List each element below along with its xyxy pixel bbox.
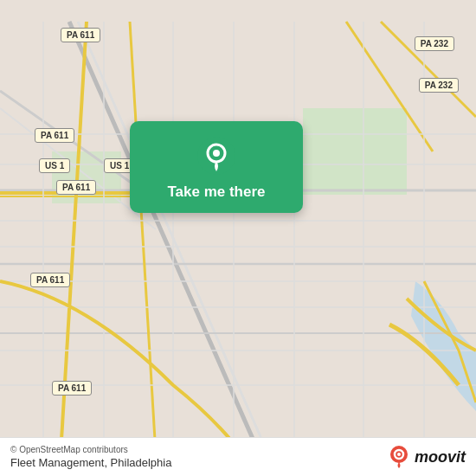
location-pin-icon [197, 137, 235, 175]
road-badge-us1-left: US 1 [39, 158, 70, 173]
svg-point-36 [397, 453, 401, 456]
moovit-pin-icon [387, 445, 411, 469]
road-badge-pa611-low: PA 611 [30, 273, 70, 287]
road-badge-pa611-bot: PA 611 [52, 381, 92, 396]
svg-point-33 [213, 150, 220, 157]
take-me-label: Take me there [167, 183, 265, 201]
road-badge-pa611-mid: PA 611 [35, 128, 74, 143]
osm-attribution: © OpenStreetMap contributors [10, 445, 171, 454]
road-badge-pa232-top: PA 232 [415, 36, 454, 51]
take-me-card[interactable]: Take me there [130, 121, 303, 213]
map-container: PA 611 PA 611 PA 611 PA 611 PA 611 US 1 … [0, 0, 476, 476]
bottom-info: © OpenStreetMap contributors Fleet Manag… [10, 445, 171, 469]
bottom-bar: © OpenStreetMap contributors Fleet Manag… [0, 437, 476, 476]
road-badge-pa611-mid2: PA 611 [56, 180, 96, 195]
moovit-logo: moovit [387, 445, 466, 469]
moovit-brand-text: moovit [415, 448, 466, 466]
svg-rect-1 [303, 108, 407, 195]
location-label: Fleet Management, Philadelphia [10, 456, 171, 469]
road-badge-pa232-mid: PA 232 [419, 78, 459, 93]
road-badge-pa611-top: PA 611 [61, 28, 100, 42]
map-background [0, 0, 476, 476]
